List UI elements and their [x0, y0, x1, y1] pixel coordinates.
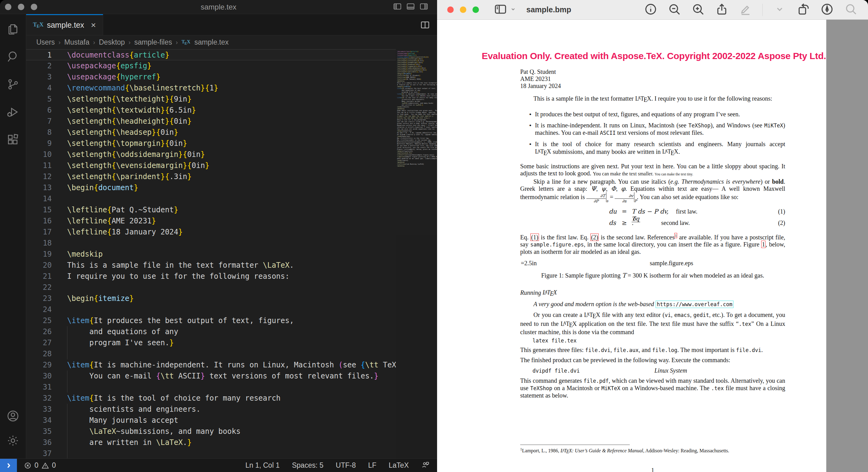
code-line: 6\setlength{\textwidth}{6.5in} — [26, 105, 396, 116]
command-row: dvipdf file.dviLinux System — [520, 367, 785, 374]
code-line: 14 — [26, 193, 396, 204]
layout-sidebar-right-icon[interactable] — [419, 2, 429, 12]
code-editor[interactable]: 1\documentclass{article}2\usepackage{eps… — [26, 49, 437, 459]
rotate-left-icon[interactable] — [797, 2, 810, 17]
tab-sample-tex[interactable]: TEX sample.tex × — [26, 14, 103, 35]
explorer-icon[interactable] — [6, 22, 20, 36]
line-number: 10 — [26, 149, 67, 160]
info-icon[interactable] — [644, 2, 657, 17]
search-icon[interactable] — [844, 2, 858, 17]
breadcrumb-item[interactable]: Desktop — [99, 38, 125, 46]
annotate-pen-icon[interactable] — [820, 2, 834, 17]
breadcrumb: Users›Mustafa›Desktop›sample-files›TEXsa… — [26, 35, 437, 49]
author-line: Pat Q. Student — [520, 68, 785, 75]
minimize-window-button[interactable] — [460, 6, 466, 13]
page-number: 1 — [520, 467, 785, 472]
chevron-down-icon[interactable] — [773, 2, 786, 17]
close-tab-icon[interactable]: × — [91, 20, 96, 30]
footnote-rule — [520, 445, 630, 445]
breadcrumb-item[interactable]: Mustafa — [64, 38, 90, 46]
line-number: 36 — [26, 437, 67, 448]
code-line: 22 — [26, 282, 396, 293]
command-line: latex file.tex — [520, 337, 785, 344]
code-line: 16\leftline{AME 20231} — [26, 215, 396, 226]
line-number: 11 — [26, 160, 67, 171]
extensions-icon[interactable] — [6, 133, 20, 147]
latex-logo: LATEX — [560, 448, 572, 453]
preview-window: sample.bmp Evaluation Only. Created with… — [437, 0, 868, 472]
line-number: 22 — [26, 282, 67, 293]
line-number: 12 — [26, 171, 67, 182]
feedback-icon[interactable] — [421, 460, 430, 471]
chevron-down-icon[interactable] — [509, 5, 517, 14]
settings-gear-icon[interactable] — [6, 434, 20, 447]
activity-bar — [0, 14, 26, 459]
paragraph: This is a sample file in the text format… — [520, 94, 785, 103]
error-count: 0 — [34, 461, 38, 470]
status-right-items: Ln 1, Col 1Spaces: 5UTF-8LFLaTeX — [245, 460, 437, 471]
author-line: 18 January 2024 — [520, 83, 785, 90]
search-icon[interactable] — [6, 50, 20, 63]
status-indentation[interactable]: Spaces: 5 — [292, 461, 323, 470]
status-eol[interactable]: LF — [368, 461, 376, 470]
code-line: 8\setlength{\headsep}{0in} — [26, 127, 396, 138]
code-line: 21I require you to use it for the follow… — [26, 271, 396, 282]
layout-panel-icon[interactable] — [406, 2, 415, 12]
problems-status[interactable]: 0 0 — [24, 461, 56, 470]
line-number: 21 — [26, 271, 67, 282]
line-number: 24 — [26, 304, 67, 315]
paragraph: A very good and modern option is the web… — [520, 301, 785, 308]
code-line: 37 — [26, 448, 396, 459]
zoom-in-icon[interactable] — [691, 2, 705, 17]
screen: sample.tex TEX sample.tex × Users›Mustaf… — [0, 0, 868, 472]
status-language-mode[interactable]: LaTeX — [389, 461, 409, 470]
zoom-window-button[interactable] — [472, 6, 479, 13]
list-item: It produces the best output of text, fig… — [520, 111, 785, 118]
list-item: It is the tool of choice for many resear… — [520, 140, 785, 157]
toolbar-separator — [763, 4, 763, 16]
line-number: 4 — [26, 83, 67, 94]
figure-placeholder: =2.5insample.figure.eps — [520, 260, 785, 267]
line-number: 35 — [26, 426, 67, 437]
latex-logo: LATEX — [662, 148, 678, 155]
line-number: 16 — [26, 215, 67, 226]
account-icon[interactable] — [6, 409, 20, 423]
code-line: 32\item{It is the tool of choice for man… — [26, 392, 396, 404]
status-encoding[interactable]: UTF-8 — [336, 461, 356, 470]
breadcrumb-separator: › — [57, 39, 62, 46]
code-line: 11\setlength{\evensidemargin}{0in} — [26, 160, 396, 171]
close-window-button[interactable] — [447, 6, 454, 13]
status-cursor-position[interactable]: Ln 1, Col 1 — [245, 461, 279, 470]
document-page[interactable]: Evaluation Only. Created with Aspose.TeX… — [437, 20, 827, 472]
line-number: 6 — [26, 105, 67, 116]
tex-file-icon: TEX — [33, 21, 43, 29]
line-number: 20 — [26, 260, 67, 271]
sidebar-toggle-icon[interactable] — [494, 2, 507, 17]
code-line: 9\setlength{\topmargin}{0in} — [26, 138, 396, 149]
split-editor-icon[interactable] — [420, 20, 430, 30]
breadcrumb-item-file[interactable]: sample.tex — [194, 38, 229, 46]
breadcrumb-item[interactable]: Users — [36, 38, 55, 46]
remote-indicator[interactable] — [0, 459, 17, 472]
minimap[interactable]: \documentclass{article}\usepackage{epsfi… — [396, 49, 437, 459]
vscode-window: sample.tex TEX sample.tex × Users›Mustaf… — [0, 0, 437, 472]
figure-caption: Figure 1: Sample figure plotting T = 300… — [520, 272, 785, 279]
layout-sidebar-left-icon[interactable] — [393, 2, 402, 12]
breadcrumb-item[interactable]: sample-files — [134, 38, 172, 46]
line-number: 19 — [26, 249, 67, 260]
source-control-icon[interactable] — [6, 77, 20, 91]
warning-count: 0 — [52, 461, 56, 470]
line-number: 32 — [26, 392, 67, 404]
section-heading: Running LATEX — [520, 289, 785, 297]
code-line: 12\setlength{\parindent}{.3in} — [26, 171, 396, 182]
bullet-list: It produces the best output of text, fig… — [520, 111, 785, 157]
share-icon[interactable] — [715, 2, 728, 17]
tab-bar: TEX sample.tex × — [26, 14, 437, 35]
breadcrumb-separator: › — [175, 39, 179, 46]
zoom-out-icon[interactable] — [668, 2, 681, 17]
run-debug-icon[interactable] — [6, 105, 20, 119]
line-number: 18 — [26, 238, 67, 249]
markup-pencil-icon[interactable] — [739, 2, 752, 17]
code-line: 10\setlength{\oddsidemargin}{0in} — [26, 149, 396, 160]
line-number: 9 — [26, 138, 67, 149]
